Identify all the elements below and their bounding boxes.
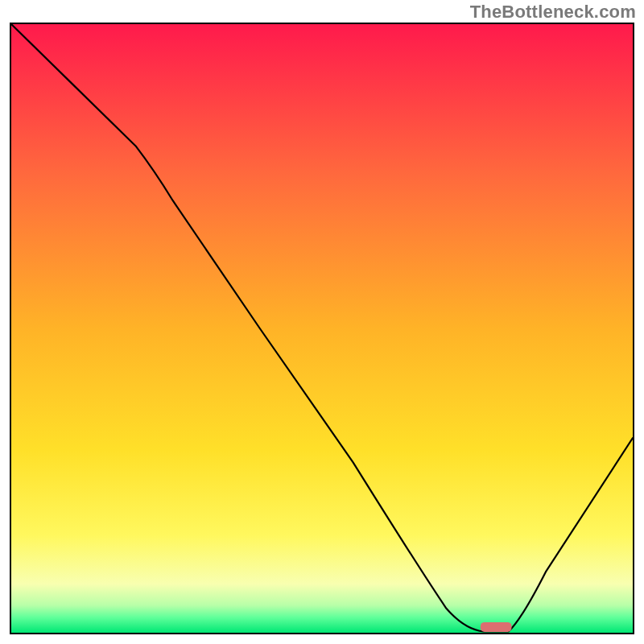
chart-frame [10,23,634,634]
chart-stage: TheBottleneck.com [0,0,644,644]
watermark-text: TheBottleneck.com [470,2,636,23]
chart-svg [11,24,633,633]
optimal-marker [481,622,512,632]
